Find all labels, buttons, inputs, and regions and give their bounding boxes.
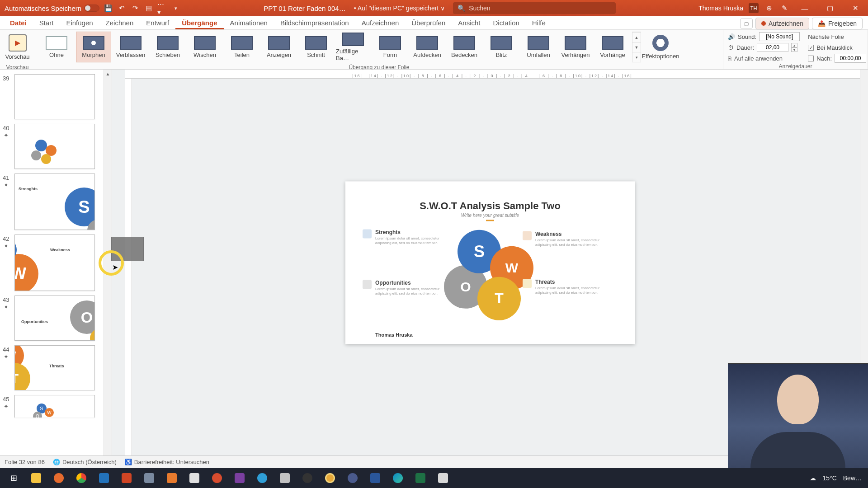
qat-overflow-icon[interactable]: ▾ [171,3,181,13]
nach-input[interactable] [835,54,866,63]
transition-wischen[interactable]: Wischen [187,32,222,62]
taskbar-app6-icon[interactable] [432,468,454,488]
quad-strengths[interactable]: StrenghtsLorem ipsum dolor sit amet, con… [375,229,443,246]
transition-bedecken[interactable]: Bedecken [447,32,482,62]
redo-icon[interactable]: ↷ [130,3,140,13]
transition-morphen[interactable]: Morphen [76,32,111,62]
slide-subtitle[interactable]: Write here your great subtitle [345,213,635,218]
vorschau-button[interactable]: Vorschau [4,32,31,62]
ribbon-collapse-button[interactable]: ▢ [740,19,753,28]
tab-start[interactable]: Start [33,17,60,29]
gallery-up-icon[interactable]: ▲ [632,32,641,42]
globe-icon[interactable]: ⊕ [764,3,774,13]
undo-icon[interactable]: ↶ [117,3,127,13]
dauer-spinner[interactable]: ▲▼ [791,43,797,52]
slide-thumb-41[interactable]: Strenghts S [14,174,95,230]
transition-zufaellige[interactable]: Zufällige Ba… [335,32,371,62]
slide-count-label[interactable]: Folie 32 von 86 [5,459,45,465]
vertical-ruler[interactable] [125,79,132,475]
taskbar-outlook-icon[interactable] [93,468,115,488]
transition-blitz[interactable]: Blitz [484,32,519,62]
slide-author[interactable]: Thomas Hruska [375,332,413,338]
user-name-label[interactable]: Thomas Hruska [698,5,743,12]
taskbar-powerpoint-icon[interactable] [116,468,137,488]
transition-anzeigen[interactable]: Anzeigen [261,32,297,62]
sound-select[interactable] [759,32,800,41]
more-qat-icon[interactable]: ⋯▾ [157,3,167,13]
tab-dictation[interactable]: Dictation [486,17,525,29]
tab-entwurf[interactable]: Entwurf [140,17,175,29]
taskbar-vlc-icon[interactable] [161,468,183,488]
tab-uebergaenge[interactable]: Übergänge [175,17,223,29]
present-from-start-icon[interactable]: ▤ [144,3,154,13]
transition-umfallen[interactable]: Umfallen [521,32,556,62]
quad-opportunities[interactable]: OpportunitiesLorem ipsum dolor sit amet,… [375,280,443,296]
document-title[interactable]: PPT 01 Roter Faden 004… [264,5,346,12]
transition-vorhaenge[interactable]: Vorhänge [595,32,630,62]
transition-ohne[interactable]: Ohne [39,32,74,62]
slide-thumb-39[interactable] [14,74,95,119]
circle-t[interactable]: T [477,277,521,320]
save-icon[interactable]: 💾 [103,3,113,13]
autosave-toggle[interactable] [84,5,99,12]
gallery-down-icon[interactable]: ▼ [632,42,641,52]
system-tray[interactable]: ☁ 15°C Bew… [810,474,865,482]
slide-thumb-45[interactable]: S W O [14,395,95,418]
saved-location-label[interactable]: • Auf "diesem PC" gespeichert ∨ [354,5,445,12]
taskbar-chrome-icon[interactable] [71,468,92,488]
slide-panel[interactable]: 39 40✦ 41✦ Strenghts S 42✦ Weakness W 43… [0,70,112,475]
taskbar-excel-icon[interactable] [410,468,431,488]
slide-canvas[interactable]: S.W.O.T Analysis Sample Two Write here y… [345,181,635,344]
quad-threats[interactable]: ThreatsLorem ipsum dolor sit amet, conse… [535,279,603,296]
taskbar-obs-icon[interactable] [297,468,318,488]
transition-form[interactable]: Form [373,32,408,62]
taskbar-firefox-icon[interactable] [48,468,70,488]
gallery-nav[interactable]: ▲▼▾ [632,32,641,62]
swot-diagram[interactable]: O S W T [440,230,540,316]
close-button[interactable]: ✕ [845,0,865,16]
taskbar-telegram-icon[interactable] [251,468,273,488]
taskbar-word-icon[interactable] [364,468,386,488]
aufzeichnen-button[interactable]: Aufzeichnen [755,18,809,29]
taskbar-explorer-icon[interactable] [25,468,47,488]
freigeben-button[interactable]: 📤Freigeben [812,18,863,29]
taskbar-camtasia-icon[interactable] [319,468,341,488]
transition-teilen[interactable]: Teilen [224,32,259,62]
scroll-up-icon[interactable]: ▲ [104,70,112,78]
minimize-button[interactable]: — [795,0,815,16]
transition-schnitt[interactable]: Schnitt [298,32,334,62]
taskbar-edge-icon[interactable] [387,468,409,488]
tab-hilfe[interactable]: Hilfe [526,17,552,29]
tab-bildschirmpraesentation[interactable]: Bildschirmpräsentation [274,17,355,29]
taskbar-app3-icon[interactable] [206,468,228,488]
language-button[interactable]: 🌐Deutsch (Österreich) [53,459,117,465]
taskbar-app-icon[interactable] [138,468,160,488]
alle-anwenden-button[interactable]: ⎘Auf alle anwenden [728,53,800,63]
slide-title[interactable]: S.W.O.T Analysis Sample Two [345,200,635,212]
maximize-button[interactable]: ▢ [820,0,840,16]
taskbar-onenote-icon[interactable] [229,468,250,488]
search-box[interactable]: 🔍 Suchen [453,2,616,14]
start-button[interactable]: ⊞ [3,468,24,488]
taskbar-app4-icon[interactable] [274,468,296,488]
slide-thumb-43[interactable]: Opportunities O [14,296,95,341]
slide-thumb-40[interactable] [14,124,95,169]
tab-animationen[interactable]: Animationen [224,17,274,29]
transition-schieben[interactable]: Schieben [150,32,185,62]
taskbar-app2-icon[interactable] [184,468,205,488]
quad-weakness[interactable]: WeaknessLorem ipsum dolor sit amet, cons… [535,231,603,248]
tab-einfuegen[interactable]: Einfügen [60,17,99,29]
transition-verblassen[interactable]: Verblassen [113,32,148,62]
accessibility-button[interactable]: ♿Barrierefreiheit: Untersuchen [125,459,209,465]
dauer-input[interactable] [757,43,788,52]
mausklick-checkbox[interactable]: ✓ [808,45,814,51]
gallery-more-icon[interactable]: ▾ [632,52,641,62]
nach-checkbox[interactable] [808,56,814,61]
effektoptionen-button[interactable]: Effektoptionen [643,32,678,62]
pen-icon[interactable]: ✎ [779,3,789,13]
user-avatar[interactable]: TH [749,3,759,13]
tab-datei[interactable]: Datei [4,17,33,29]
slide-thumb-42[interactable]: Weakness W [14,235,95,291]
taskbar-app5-icon[interactable] [342,468,363,488]
transition-verhaengen[interactable]: Verhängen [558,32,593,62]
